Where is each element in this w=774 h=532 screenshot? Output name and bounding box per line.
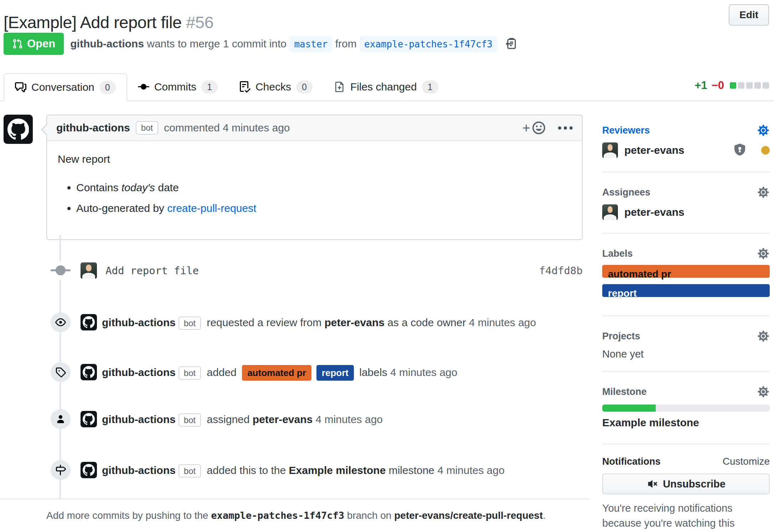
customize-link[interactable]: Customize [723, 456, 770, 467]
divider [602, 444, 770, 444]
gear-icon[interactable] [757, 247, 770, 260]
additions-count: +1 [695, 79, 707, 92]
tab-commits[interactable]: Commits 1 [127, 73, 228, 100]
push-hint-repo: peter-evans/create-pull-request [394, 510, 543, 521]
avatar[interactable] [602, 142, 618, 158]
tab-checks[interactable]: Checks 0 [228, 73, 323, 100]
list-item: Auto-generated by create-pull-request [76, 202, 571, 214]
pr-meta-row: Open github-actions wants to merge 1 com… [4, 33, 518, 55]
avatar[interactable] [81, 462, 97, 478]
kebab-menu-icon[interactable] [558, 126, 573, 130]
event-time[interactable]: 4 minutes ago [390, 366, 457, 378]
eye-icon [51, 312, 71, 332]
timeline-event-assigned: github-actionsbot assigned peter-evans 4… [51, 409, 583, 429]
commit-sha[interactable]: f4dfd8b [539, 265, 583, 277]
edit-button[interactable]: Edit [729, 4, 769, 26]
reviewers-heading[interactable]: Reviewers [602, 125, 650, 136]
tab-label: Checks [256, 81, 291, 93]
gear-icon[interactable] [757, 385, 770, 398]
github-octocat-icon [83, 413, 95, 425]
gear-icon[interactable] [757, 124, 770, 137]
event-time[interactable]: 4 minutes ago [469, 317, 536, 328]
comment-paragraph: New report [58, 153, 571, 165]
comment-actions: + [522, 121, 573, 135]
gear-icon[interactable] [757, 330, 770, 343]
event-milestone-name[interactable]: Example milestone [289, 464, 386, 476]
milestone-name[interactable]: Example milestone [602, 417, 770, 429]
avatar[interactable] [4, 115, 33, 144]
pr-tab-bar: Conversation 0 Commits 1 Checks 0 Files … [0, 73, 774, 101]
label-automated-pr[interactable]: automated pr [242, 365, 311, 381]
tab-files-changed[interactable]: Files changed 1 [323, 73, 449, 100]
label-report[interactable]: report [602, 284, 770, 297]
committer-avatar[interactable] [81, 262, 97, 279]
avatar[interactable] [81, 411, 97, 427]
avatar[interactable] [81, 364, 97, 380]
pr-title-text: [Example] Add report file [4, 13, 182, 32]
push-hint-branch: example-patches-1f47cf3 [211, 510, 344, 521]
reviewer-name[interactable]: peter-evans [624, 144, 684, 156]
label-automated-pr[interactable]: automated pr [602, 265, 770, 278]
bot-badge: bot [179, 317, 201, 330]
tab-label: Conversation [31, 81, 94, 93]
meta-mid-text: wants to merge 1 commit into [144, 38, 290, 49]
pending-review-dot [761, 146, 770, 155]
copy-branch-icon[interactable] [505, 37, 518, 50]
add-reaction-button[interactable]: + [522, 121, 546, 135]
tab-count: 0 [99, 81, 116, 94]
sidebar: Reviewers peter-evans Assignees peter-ev… [602, 121, 770, 532]
event-author[interactable]: github-actions [102, 464, 176, 476]
meta-from-text: from [332, 38, 360, 49]
commit-message[interactable]: Add report file [105, 265, 539, 277]
event-segment: as a code owner [385, 317, 469, 328]
page-title: [Example] Add report file #56 [4, 12, 213, 32]
event-author[interactable]: github-actions [102, 366, 176, 378]
avatar[interactable] [81, 314, 97, 330]
comment-meta: commented 4 minutes ago [164, 122, 290, 134]
event-time[interactable]: 4 minutes ago [313, 413, 383, 425]
event-author[interactable]: github-actions [102, 413, 176, 425]
github-octocat-icon [83, 366, 95, 378]
smiley-icon [532, 121, 546, 135]
event-segment: requested a review from [204, 317, 324, 328]
label-report[interactable]: report [316, 365, 354, 381]
comment-card: github-actions bot commented 4 minutes a… [46, 115, 583, 240]
projects-heading: Projects [602, 331, 640, 342]
event-segment: added this to the [204, 464, 289, 476]
bullet-text: Auto-generated by [76, 202, 167, 214]
divider [602, 233, 770, 234]
event-time[interactable]: 4 minutes ago [437, 464, 504, 476]
github-octocat-icon [83, 316, 95, 328]
event-text: github-actionsbot assigned peter-evans 4… [102, 412, 383, 426]
tab-label: Files changed [350, 81, 417, 93]
status-badge-label: Open [27, 37, 55, 50]
event-user[interactable]: peter-evans [253, 413, 313, 425]
github-octocat-icon [7, 119, 29, 140]
unsubscribe-button[interactable]: Unsubscribe [602, 474, 770, 494]
tab-count: 1 [201, 80, 218, 94]
bullet-text: date [155, 182, 179, 193]
head-branch-label[interactable]: example-patches-1f47cf3 [360, 36, 497, 52]
event-author[interactable]: github-actions [102, 317, 176, 328]
event-text: github-actionsbot added automated prrepo… [102, 365, 457, 379]
reviewers-section-header: Reviewers [602, 124, 770, 137]
create-pull-request-link[interactable]: create-pull-request [167, 202, 256, 214]
assignee-name[interactable]: peter-evans [624, 206, 684, 218]
base-branch-label[interactable]: master [289, 36, 332, 52]
notifications-section-header: Notifications Customize [602, 456, 770, 467]
shield-icon [733, 143, 747, 157]
pull-request-page: [Example] Add report file #56 Edit Open … [0, 0, 774, 532]
event-user[interactable]: peter-evans [325, 317, 385, 328]
timeline-event-review-requested: github-actionsbot requested a review fro… [51, 312, 583, 332]
notifications-heading: Notifications [602, 456, 661, 467]
checklist-icon [239, 81, 251, 93]
assignees-heading: Assignees [602, 187, 650, 198]
event-segment: milestone [386, 464, 437, 476]
pr-author[interactable]: github-actions [70, 38, 144, 49]
tab-conversation[interactable]: Conversation 0 [4, 73, 127, 101]
avatar[interactable] [602, 204, 618, 220]
push-hint-text: Add more commits by pushing to the [46, 510, 211, 521]
gear-icon[interactable] [757, 186, 770, 199]
event-text: github-actionsbot requested a review fro… [102, 315, 536, 329]
comment-author[interactable]: github-actions [56, 122, 130, 134]
